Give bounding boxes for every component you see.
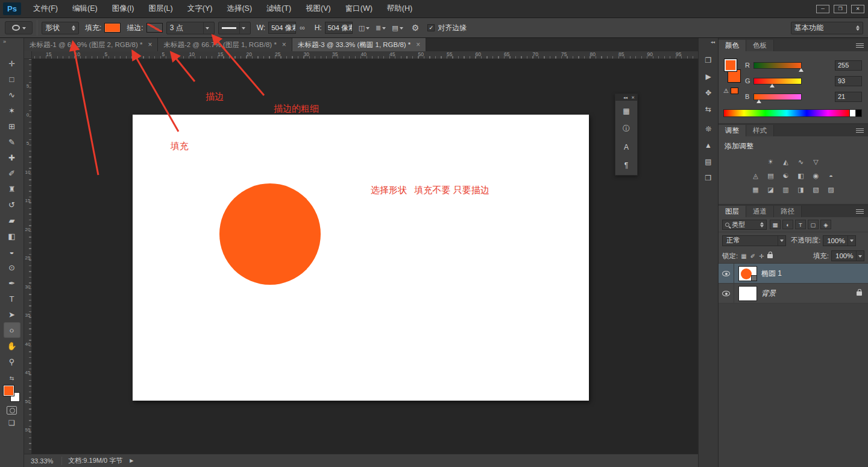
tab-paths[interactable]: 路径 bbox=[774, 206, 802, 217]
crop-tool[interactable]: ⊞ bbox=[4, 118, 20, 134]
quick-mask-button[interactable] bbox=[7, 406, 17, 415]
close-button[interactable]: ✕ bbox=[851, 5, 864, 13]
slider-handle[interactable] bbox=[756, 100, 761, 103]
lasso-tool[interactable]: ∿ bbox=[4, 87, 20, 103]
foreground-color-well[interactable] bbox=[724, 59, 737, 72]
posterize-icon[interactable]: ▥ bbox=[780, 185, 791, 194]
levels-icon[interactable]: ◭ bbox=[780, 157, 791, 167]
tab-channels[interactable]: 通道 bbox=[746, 206, 774, 217]
type-tool[interactable]: T bbox=[4, 291, 20, 307]
stroke-width-input[interactable]: 3 点 bbox=[166, 22, 215, 34]
green-value-input[interactable]: 93 bbox=[835, 76, 862, 86]
layer-thumbnail[interactable] bbox=[738, 286, 757, 301]
align-edges-checkbox[interactable]: ✓ bbox=[427, 24, 435, 31]
character-panel-icon[interactable]: A bbox=[618, 140, 634, 154]
layer-row-background[interactable]: 背景 bbox=[719, 284, 868, 303]
path-operations-icon[interactable]: ◫ bbox=[359, 24, 370, 32]
tab-styles[interactable]: 样式 bbox=[746, 125, 774, 136]
dock-measure-panel-icon[interactable]: ⇆ bbox=[701, 102, 716, 116]
lock-pixels-icon[interactable]: ✐ bbox=[750, 253, 755, 259]
layer-visibility-toggle[interactable] bbox=[719, 264, 734, 283]
ellipse-tool[interactable]: ○ bbox=[4, 322, 20, 338]
blue-slider[interactable] bbox=[753, 94, 802, 100]
fill-color-swatch[interactable] bbox=[104, 23, 121, 33]
color-lookup-icon[interactable]: ▦ bbox=[750, 185, 761, 194]
menu-item[interactable]: 图层(L) bbox=[141, 0, 180, 17]
canvas-area[interactable]: ◂◂ ✕ ▦ ⓘ bbox=[32, 59, 698, 454]
red-value-input[interactable]: 255 bbox=[835, 60, 862, 71]
tab-close-icon[interactable]: × bbox=[282, 40, 286, 49]
quick-selection-tool[interactable]: ✶ bbox=[4, 103, 20, 118]
gradient-tool[interactable]: ◧ bbox=[4, 228, 20, 244]
green-slider[interactable] bbox=[753, 78, 802, 84]
ruler-corner[interactable] bbox=[24, 51, 32, 59]
healing-brush-tool[interactable]: ✚ bbox=[4, 150, 20, 165]
panel-menu-icon[interactable] bbox=[856, 209, 864, 214]
slider-handle[interactable] bbox=[770, 84, 775, 87]
gear-icon[interactable]: ⚙ bbox=[412, 23, 420, 33]
tab-close-icon[interactable]: × bbox=[416, 40, 420, 49]
filter-shape-layers-icon[interactable]: ▢ bbox=[808, 220, 819, 229]
dock-actions-panel-icon[interactable]: ▶ bbox=[701, 69, 716, 83]
layer-visibility-toggle[interactable] bbox=[719, 284, 734, 303]
filter-type-layers-icon[interactable]: T bbox=[795, 220, 806, 229]
path-selection-tool[interactable]: ➤ bbox=[4, 307, 20, 322]
vibrance-icon[interactable]: ◬ bbox=[750, 171, 761, 180]
foreground-color-swatch[interactable] bbox=[4, 386, 14, 396]
lock-transparent-icon[interactable]: ▦ bbox=[741, 253, 746, 259]
eraser-tool[interactable]: ▰ bbox=[4, 212, 20, 228]
clone-stamp-tool[interactable]: ♜ bbox=[4, 181, 20, 197]
exposure-icon[interactable]: ▽ bbox=[810, 157, 822, 167]
invert-icon[interactable]: ◪ bbox=[765, 185, 776, 194]
expand-panels-icon[interactable]: ◂◂ bbox=[623, 95, 627, 100]
link-dimensions-icon[interactable]: ∞ bbox=[300, 24, 305, 32]
properties-panel-icon[interactable]: ▦ bbox=[618, 104, 634, 118]
black-swatch[interactable] bbox=[856, 109, 862, 117]
opacity-input[interactable]: 100% bbox=[823, 235, 856, 246]
channel-mixer-icon[interactable]: ◓ bbox=[825, 171, 837, 180]
dock-clone-source-panel-icon[interactable]: ▲ bbox=[701, 138, 716, 152]
paragraph-panel-icon[interactable]: ¶ bbox=[618, 158, 634, 172]
red-slider[interactable] bbox=[753, 62, 802, 69]
stroke-style-select[interactable] bbox=[218, 22, 251, 34]
menu-item[interactable]: 文件(F) bbox=[26, 0, 65, 17]
document-tab-1[interactable]: 未标题-1 @ 66.9% (图层 2, RGB/8) * × bbox=[24, 38, 158, 51]
menu-item[interactable]: 帮助(H) bbox=[380, 0, 420, 17]
horizontal-ruler[interactable]: 1510505101520253035404550556065707580859… bbox=[32, 51, 698, 59]
move-tool[interactable]: ✛ bbox=[4, 56, 20, 71]
orange-ellipse-shape[interactable] bbox=[219, 183, 321, 285]
blue-value-input[interactable]: 21 bbox=[835, 92, 862, 102]
hand-tool[interactable]: ✋ bbox=[4, 338, 20, 354]
workspace-switcher[interactable]: 基本功能 bbox=[791, 22, 863, 34]
blur-tool[interactable]: ◒ bbox=[4, 244, 20, 259]
color-balance-icon[interactable]: ☯ bbox=[780, 171, 791, 180]
gamut-warning-icon[interactable]: ⚠ bbox=[723, 87, 729, 94]
zoom-level[interactable]: 33.33% bbox=[31, 457, 53, 465]
brush-tool[interactable]: ✐ bbox=[4, 165, 20, 181]
curves-icon[interactable]: ∿ bbox=[795, 157, 807, 167]
eyedropper-tool[interactable]: ✎ bbox=[4, 134, 20, 150]
filter-adjustment-layers-icon[interactable]: ◐ bbox=[782, 220, 793, 229]
menu-item[interactable]: 选择(S) bbox=[219, 0, 259, 17]
pen-tool[interactable]: ✒ bbox=[4, 275, 20, 291]
slider-handle[interactable] bbox=[799, 68, 804, 72]
layer-filter-type-select[interactable]: 类型 bbox=[722, 220, 767, 230]
dock-character-panel-icon[interactable]: ▤ bbox=[701, 154, 716, 168]
black-white-icon[interactable]: ◧ bbox=[795, 171, 807, 180]
fill-opacity-input[interactable]: 100% bbox=[831, 250, 864, 261]
dock-layer-comps-panel-icon[interactable]: ❒ bbox=[701, 171, 716, 185]
vertical-ruler[interactable]: 5051015202530354045505560 bbox=[24, 59, 32, 454]
tab-color[interactable]: 颜色 bbox=[719, 40, 746, 51]
brightness-contrast-icon[interactable]: ☀ bbox=[765, 157, 776, 167]
white-swatch[interactable] bbox=[850, 109, 856, 117]
filter-pixel-layers-icon[interactable]: ▦ bbox=[770, 220, 781, 229]
swap-colors-icon[interactable]: ⇆ bbox=[10, 375, 14, 381]
photo-filter-icon[interactable]: ◉ bbox=[810, 171, 822, 180]
tab-close-icon[interactable]: × bbox=[148, 40, 152, 49]
minimize-button[interactable]: ─ bbox=[816, 5, 829, 13]
status-options-icon[interactable]: ▶ bbox=[130, 458, 133, 463]
dodge-tool[interactable]: ⊙ bbox=[4, 259, 20, 275]
document-tab-2[interactable]: 未标题-2 @ 66.7% (图层 1, RGB/8) * × bbox=[158, 38, 292, 51]
selective-color-icon[interactable]: ▨ bbox=[825, 185, 837, 194]
tab-swatches[interactable]: 色板 bbox=[746, 40, 774, 51]
